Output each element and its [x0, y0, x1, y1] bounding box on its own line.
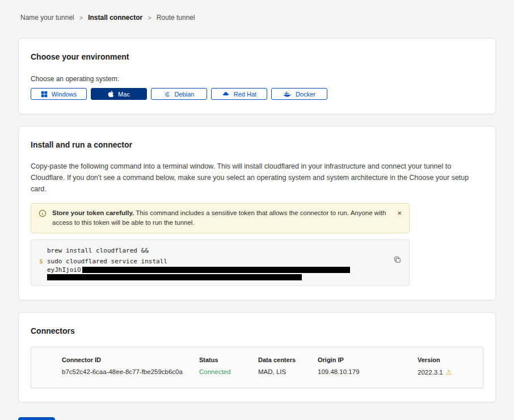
terminal-token-line: eyJhIjoiO [39, 267, 386, 274]
breadcrumb-name-your-tunnel[interactable]: Name your tunnel [20, 14, 74, 22]
os-button-docker[interactable]: Docker [271, 88, 327, 100]
redacted-token-bar [82, 267, 350, 273]
connector-status-value: Connected [199, 368, 258, 376]
os-select-label: Choose an operating system: [31, 75, 483, 83]
close-icon[interactable]: × [395, 208, 403, 218]
column-header-status: Status [199, 356, 258, 363]
info-icon [39, 209, 47, 217]
copy-button[interactable] [393, 255, 402, 266]
breadcrumb-separator: > [148, 14, 151, 21]
connector-id-value: b7c52c42-6caa-48ee-8c77-fbe259cb6c0a [62, 368, 199, 376]
breadcrumb-install-connector: Install connector [88, 14, 142, 22]
connector-data-centers-value: MAD, LIS [258, 368, 318, 376]
token-prefix: eyJhIjoiO [47, 267, 81, 274]
apple-icon [108, 90, 114, 98]
install-card-title: Install and run a connector [31, 140, 483, 149]
choose-environment-card: Choose your environment Choose an operat… [18, 38, 496, 114]
terminal-line: brew install cloudflared && [39, 245, 386, 256]
connector-version-value: 2022.3.1 [418, 369, 443, 376]
terminal-command-1: brew install cloudflared && [47, 245, 149, 256]
redacted-token-bar [47, 274, 302, 280]
terminal-token-line [39, 274, 386, 280]
connector-version-cell: 2022.3.1⚠ [418, 368, 474, 376]
docker-icon [283, 91, 292, 98]
terminal-command-2: sudo cloudflared service install [47, 256, 167, 267]
install-instructions: Copy-paste the following command into a … [31, 161, 483, 195]
alert-text: Store your token carefully. This command… [52, 208, 387, 228]
warning-icon: ⚠ [446, 368, 452, 376]
terminal-line: $ sudo cloudflared service install [39, 256, 386, 267]
connectors-card-title: Connectors [31, 326, 483, 335]
breadcrumb-separator: > [79, 14, 83, 21]
connectors-table: Connector ID Status Data centers Origin … [31, 347, 483, 388]
os-button-redhat[interactable]: Red Hat [211, 88, 267, 100]
connector-origin-ip-value: 109.48.10.179 [318, 368, 418, 376]
alert-lead: Store your token carefully. [52, 209, 134, 216]
os-button-group: Windows Mac Debian Red Hat [31, 88, 483, 100]
next-button[interactable]: Next [18, 417, 55, 420]
os-button-label: Windows [52, 91, 77, 98]
column-header-origin-ip: Origin IP [318, 356, 418, 363]
environment-card-title: Choose your environment [31, 52, 483, 61]
terminal-prompt: $ [39, 256, 47, 267]
os-button-label: Red Hat [234, 91, 256, 98]
copy-icon [394, 257, 401, 265]
os-button-mac[interactable]: Mac [91, 88, 147, 100]
windows-icon [41, 91, 48, 98]
os-button-label: Debian [175, 91, 195, 98]
install-command-terminal: brew install cloudflared && $ sudo cloud… [31, 240, 410, 286]
column-header-version: Version [418, 356, 474, 363]
breadcrumb-route-tunnel: Route tunnel [157, 14, 195, 22]
redhat-icon [222, 91, 230, 97]
debian-icon [164, 91, 171, 98]
token-warning-alert: Store your token carefully. This command… [31, 203, 410, 233]
connectors-card: Connectors Connector ID Status Data cent… [18, 312, 496, 402]
install-connector-card: Install and run a connector Copy-paste t… [18, 126, 496, 300]
tunnel-setup-page: Name your tunnel > Install connector > R… [0, 0, 514, 420]
column-header-data-centers: Data centers [258, 356, 318, 363]
os-button-label: Mac [118, 91, 130, 98]
breadcrumb: Name your tunnel > Install connector > R… [18, 0, 496, 22]
column-header-connector-id: Connector ID [62, 356, 199, 363]
os-button-windows[interactable]: Windows [31, 88, 87, 100]
os-button-debian[interactable]: Debian [151, 88, 207, 100]
os-button-label: Docker [296, 91, 315, 98]
